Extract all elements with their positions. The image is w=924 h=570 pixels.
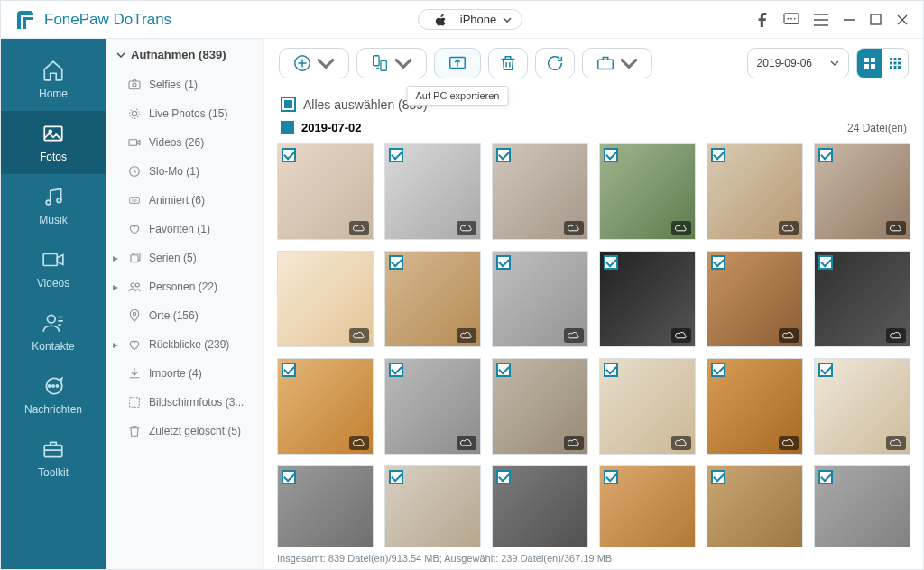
category-item[interactable]: Favoriten (1) xyxy=(106,215,263,244)
category-item[interactable]: Importe (4) xyxy=(106,359,263,388)
sidebar-item-home[interactable]: Home xyxy=(1,48,106,111)
more-tools-button[interactable] xyxy=(582,48,652,78)
sidebar-item-videos[interactable]: Videos xyxy=(1,237,106,300)
photo-thumb[interactable] xyxy=(277,143,374,240)
minimize-button[interactable] xyxy=(843,14,855,26)
category-item[interactable]: Bildschirmfotos (3... xyxy=(106,388,263,417)
category-panel: Aufnahmen (839) Selfies (1)Live Photos (… xyxy=(106,39,264,569)
date-filter[interactable]: 2019-09-06 xyxy=(747,48,849,78)
photo-thumb[interactable] xyxy=(814,251,910,347)
photo-thumb[interactable] xyxy=(384,465,481,547)
category-item[interactable]: Selfies (1) xyxy=(106,70,263,99)
photo-thumb[interactable] xyxy=(492,358,588,455)
thumb-checkbox[interactable] xyxy=(496,363,511,377)
device-name: iPhone xyxy=(460,13,496,26)
expand-arrow-icon: ▸ xyxy=(113,252,120,264)
menu-icon[interactable] xyxy=(814,14,828,26)
category-item[interactable]: ▸Personen (22) xyxy=(106,272,263,301)
category-label: Zuletzt gelöscht (5) xyxy=(149,425,241,437)
thumb-checkbox[interactable] xyxy=(282,363,296,377)
photo-thumb[interactable] xyxy=(707,251,803,347)
thumb-checkbox[interactable] xyxy=(496,148,511,162)
category-item[interactable]: Videos (26) xyxy=(106,128,263,157)
category-label: Animiert (6) xyxy=(149,194,205,207)
photo-thumb[interactable] xyxy=(492,465,588,547)
photo-thumb[interactable] xyxy=(707,143,803,240)
svg-rect-41 xyxy=(894,62,897,65)
svg-rect-33 xyxy=(864,58,869,62)
photo-thumb[interactable] xyxy=(814,465,910,547)
sidebar-item-messages[interactable]: Nachrichten xyxy=(1,363,106,427)
category-item[interactable]: ▸Serien (5) xyxy=(106,244,263,272)
thumb-checkbox[interactable] xyxy=(711,148,725,162)
thumb-checkbox[interactable] xyxy=(389,255,403,270)
thumb-checkbox[interactable] xyxy=(389,148,403,162)
thumb-checkbox[interactable] xyxy=(818,470,833,484)
photo-thumb[interactable] xyxy=(384,143,481,240)
photo-thumb[interactable] xyxy=(277,251,374,347)
sidebar-item-music[interactable]: Musik xyxy=(1,174,106,237)
refresh-button[interactable] xyxy=(535,48,575,78)
view-grid-large[interactable] xyxy=(857,49,882,78)
thumb-checkbox[interactable] xyxy=(282,148,296,162)
thumb-checkbox[interactable] xyxy=(604,470,618,484)
photo-thumb[interactable] xyxy=(814,358,910,455)
photo-thumb[interactable] xyxy=(599,251,696,347)
sidebar-item-photos[interactable]: Fotos xyxy=(1,111,106,174)
thumb-checkbox[interactable] xyxy=(711,470,725,484)
category-header[interactable]: Aufnahmen (839) xyxy=(106,39,263,70)
thumb-checkbox[interactable] xyxy=(604,255,618,270)
to-device-button[interactable] xyxy=(356,48,427,78)
photo-thumb[interactable] xyxy=(384,251,481,347)
category-item[interactable]: GIFAnimiert (6) xyxy=(106,186,263,215)
category-label: Favoriten (1) xyxy=(149,223,210,235)
photo-thumb[interactable] xyxy=(492,143,588,240)
close-button[interactable] xyxy=(896,14,909,26)
sidebar-item-toolkit[interactable]: Toolkit xyxy=(1,427,106,490)
photo-thumb[interactable] xyxy=(599,143,696,240)
thumb-checkbox[interactable] xyxy=(496,255,511,270)
thumb-checkbox[interactable] xyxy=(711,363,725,377)
svg-rect-36 xyxy=(871,64,875,69)
thumb-checkbox[interactable] xyxy=(389,363,403,377)
category-icon xyxy=(127,337,142,352)
thumb-checkbox[interactable] xyxy=(818,255,833,270)
device-select[interactable]: iPhone xyxy=(418,9,522,30)
category-item[interactable]: Zuletzt gelöscht (5) xyxy=(106,417,263,446)
export-to-pc-button[interactable]: Auf PC exportieren xyxy=(434,48,481,78)
thumb-checkbox[interactable] xyxy=(282,470,296,484)
sidebar-item-contacts[interactable]: Kontakte xyxy=(1,300,106,363)
facebook-icon[interactable] xyxy=(756,13,769,27)
category-item[interactable]: Orte (156) xyxy=(106,301,263,330)
maximize-button[interactable] xyxy=(870,14,882,25)
photo-thumb[interactable] xyxy=(599,358,696,455)
thumb-checkbox[interactable] xyxy=(818,148,833,162)
category-item[interactable]: Slo-Mo (1) xyxy=(106,157,263,186)
group-checkbox[interactable] xyxy=(281,121,294,134)
photo-thumb[interactable] xyxy=(277,358,374,455)
sidebar-item-label: Kontakte xyxy=(32,340,74,353)
thumb-checkbox[interactable] xyxy=(389,470,403,484)
photo-thumb[interactable] xyxy=(707,465,803,547)
thumb-checkbox[interactable] xyxy=(604,148,618,162)
category-item[interactable]: ▸Rückblicke (239) xyxy=(106,330,263,359)
photo-thumb[interactable] xyxy=(599,465,696,547)
feedback-icon[interactable] xyxy=(783,13,799,27)
category-item[interactable]: Live Photos (15) xyxy=(106,99,263,128)
thumb-checkbox[interactable] xyxy=(818,363,833,377)
photo-thumb[interactable] xyxy=(492,251,588,347)
delete-button[interactable] xyxy=(488,48,528,78)
add-button[interactable] xyxy=(279,48,349,78)
select-all-checkbox[interactable] xyxy=(281,97,296,112)
thumb-checkbox[interactable] xyxy=(604,363,618,377)
thumb-checkbox[interactable] xyxy=(496,470,511,484)
photo-thumb[interactable] xyxy=(277,465,374,547)
photo-thumb[interactable] xyxy=(707,358,803,455)
thumb-checkbox[interactable] xyxy=(711,255,725,270)
photo-thumb[interactable] xyxy=(384,358,481,455)
cloud-icon xyxy=(564,436,584,450)
select-all-row[interactable]: Alles auswählen (839) xyxy=(264,78,923,115)
view-grid-small[interactable] xyxy=(882,49,908,78)
category-label: Slo-Mo (1) xyxy=(149,165,199,178)
photo-thumb[interactable] xyxy=(814,143,910,240)
